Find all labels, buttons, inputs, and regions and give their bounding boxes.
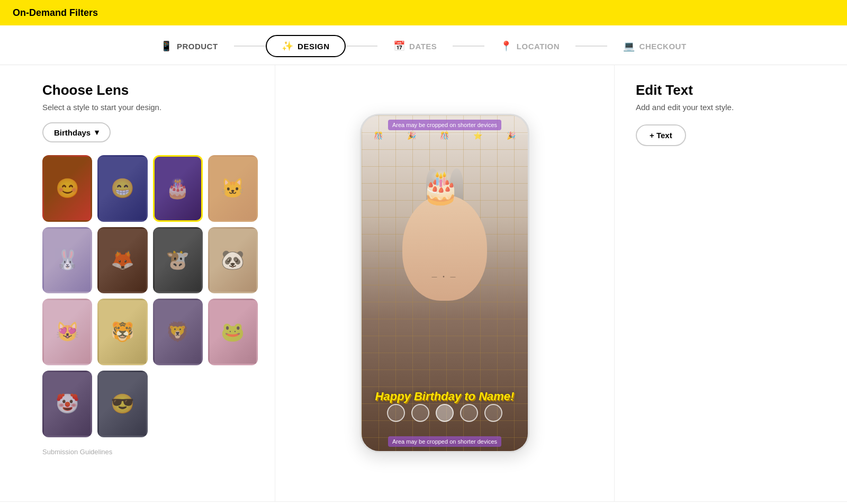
lens-thumb-7[interactable]: 🐮 bbox=[153, 227, 203, 294]
color-tool-4[interactable] bbox=[460, 404, 478, 422]
lens-thumb-2[interactable]: 😁 bbox=[97, 155, 147, 222]
lens-thumb-8[interactable]: 🐼 bbox=[208, 227, 258, 294]
step-connector bbox=[575, 46, 607, 47]
lens-grid: 😊😁🎂🐱🐰🦊🐮🐼😻🐯🦁🐸🤡😎 bbox=[42, 155, 258, 437]
lens-face-icon-2: 😁 bbox=[111, 177, 134, 200]
lens-thumb-14[interactable]: 😎 bbox=[97, 371, 147, 437]
lens-face-icon-3: 🎂 bbox=[166, 177, 190, 200]
lens-face-icon-13: 🤡 bbox=[56, 393, 79, 415]
dates-step-icon: 📅 bbox=[393, 40, 406, 52]
lens-face-icon-11: 🦁 bbox=[166, 321, 190, 343]
color-tool-5[interactable] bbox=[484, 404, 502, 422]
lens-face-icon-9: 😻 bbox=[56, 321, 79, 343]
edit-text-title: Edit Text bbox=[636, 82, 826, 98]
party-hat-icon: 🎂 bbox=[421, 168, 461, 206]
center-panel: Area may be cropped on shorter devices 🎊… bbox=[275, 65, 614, 501]
lens-thumb-11[interactable]: 🦁 bbox=[153, 299, 203, 365]
birthday-text[interactable]: Happy Birthday to Name! bbox=[362, 390, 528, 403]
phone-bottom-bar: Area may be cropped on shorter devices bbox=[362, 432, 528, 451]
lens-face-icon-14: 😎 bbox=[111, 393, 134, 415]
right-panel: Edit Text Add and edit your text style. … bbox=[614, 65, 847, 501]
main-content: Choose Lens Select a style to start your… bbox=[0, 65, 847, 501]
category-label: Birthdays bbox=[54, 128, 91, 137]
step-item-design[interactable]: ✨DESIGN bbox=[266, 35, 346, 57]
step-item-location[interactable]: 📍LOCATION bbox=[484, 35, 575, 57]
step-connector bbox=[346, 46, 377, 47]
color-tools bbox=[362, 404, 528, 422]
lens-face-icon-4: 🐱 bbox=[221, 177, 245, 200]
lens-face-icon-10: 🐯 bbox=[111, 321, 134, 343]
lens-face-icon-7: 🐮 bbox=[166, 249, 190, 271]
lens-thumb-12[interactable]: 🐸 bbox=[208, 299, 258, 365]
face: — • — bbox=[402, 195, 487, 301]
lens-thumb-6[interactable]: 🦊 bbox=[97, 227, 147, 294]
bottom-bar: ⓘ Contact information like URLs, hashtag… bbox=[0, 501, 847, 504]
phone-top-bar: Area may be cropped on shorter devices bbox=[362, 115, 528, 134]
lens-face-icon-5: 🐰 bbox=[56, 249, 79, 271]
lens-thumb-3[interactable]: 🎂 bbox=[153, 155, 203, 222]
lens-thumb-5[interactable]: 🐰 bbox=[42, 227, 92, 294]
design-step-label: DESIGN bbox=[298, 42, 330, 51]
add-text-button[interactable]: + Text bbox=[636, 124, 686, 146]
dates-step-label: DATES bbox=[409, 42, 437, 51]
step-navigation: 📱PRODUCT✨DESIGN📅DATES📍LOCATION💻CHECKOUT bbox=[0, 25, 847, 65]
step-item-checkout[interactable]: 💻CHECKOUT bbox=[607, 35, 702, 57]
design-step-icon: ✨ bbox=[282, 40, 294, 52]
color-tool-2[interactable] bbox=[411, 404, 429, 422]
phone-preview: Area may be cropped on shorter devices 🎊… bbox=[360, 114, 529, 453]
product-step-icon: 📱 bbox=[160, 40, 173, 52]
edit-text-subtitle: Add and edit your text style. bbox=[636, 103, 826, 112]
step-item-product[interactable]: 📱PRODUCT bbox=[145, 35, 233, 57]
lens-face-icon-12: 🐸 bbox=[221, 321, 245, 343]
step-item-dates[interactable]: 📅DATES bbox=[377, 35, 453, 57]
location-step-icon: 📍 bbox=[500, 40, 512, 52]
location-step-label: LOCATION bbox=[517, 42, 560, 51]
product-step-label: PRODUCT bbox=[177, 42, 218, 51]
app-title: On-Demand Filters bbox=[13, 7, 98, 19]
crop-warning-bottom: Area may be cropped on shorter devices bbox=[388, 436, 501, 447]
color-tool-1[interactable] bbox=[387, 404, 405, 422]
crop-warning-top: Area may be cropped on shorter devices bbox=[388, 120, 501, 130]
dropdown-chevron-icon: ▾ bbox=[95, 128, 99, 137]
checkout-step-label: CHECKOUT bbox=[639, 42, 687, 51]
lens-thumb-4[interactable]: 🐱 bbox=[208, 155, 258, 222]
checkout-step-icon: 💻 bbox=[623, 40, 635, 52]
lens-face-icon-8: 🐼 bbox=[221, 249, 245, 271]
lens-thumb-9[interactable]: 😻 bbox=[42, 299, 92, 365]
whiskers: — • — bbox=[402, 274, 487, 280]
step-connector bbox=[453, 46, 484, 47]
step-connector bbox=[234, 46, 266, 47]
lens-thumb-10[interactable]: 🐯 bbox=[97, 299, 147, 365]
lens-face-icon-1: 😊 bbox=[56, 177, 79, 200]
lens-thumb-1[interactable]: 😊 bbox=[42, 155, 92, 222]
lens-thumb-13[interactable]: 🤡 bbox=[42, 371, 92, 437]
left-panel: Choose Lens Select a style to start your… bbox=[0, 65, 275, 501]
category-dropdown[interactable]: Birthdays ▾ bbox=[42, 122, 111, 142]
submission-guidelines-link[interactable]: Submission Guidelines bbox=[42, 448, 258, 464]
choose-lens-subtitle: Select a style to start your design. bbox=[42, 103, 258, 112]
lens-face-icon-6: 🦊 bbox=[111, 249, 134, 271]
color-tool-3[interactable] bbox=[436, 404, 454, 422]
top-bar: On-Demand Filters bbox=[0, 0, 847, 25]
choose-lens-title: Choose Lens bbox=[42, 82, 258, 98]
